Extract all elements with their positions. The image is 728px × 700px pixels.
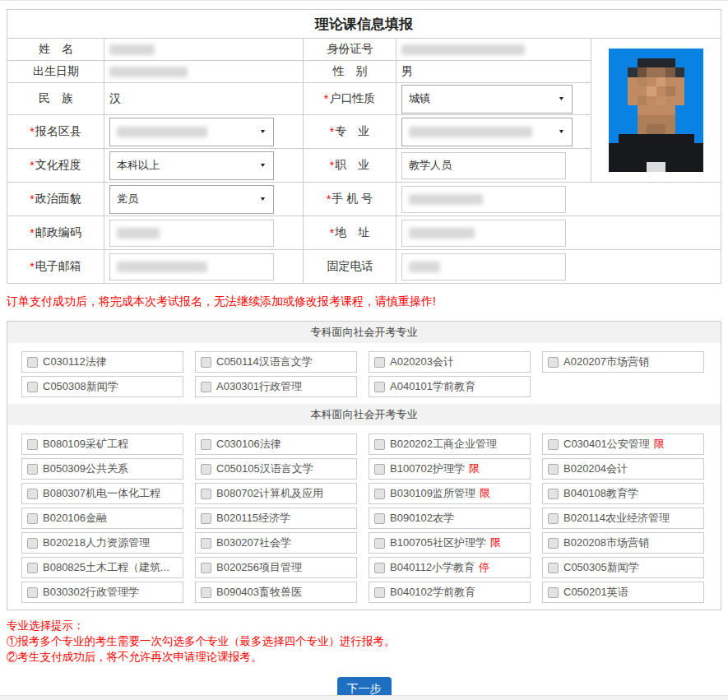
major-checkbox-item[interactable]: C030112法律	[21, 351, 183, 373]
major-checkbox-item[interactable]: A020203会计	[369, 351, 531, 373]
landline-input[interactable]	[401, 253, 566, 280]
major-checkbox-item[interactable]: B020204会计	[542, 458, 704, 480]
district-label: *报名区县	[7, 115, 104, 148]
checkbox[interactable]	[548, 563, 559, 573]
checkbox[interactable]	[27, 538, 38, 549]
email-label: *电子邮箱	[7, 250, 104, 283]
major-checkbox-item[interactable]: A020207市场营销	[542, 351, 704, 373]
occupation-input[interactable]: 教学人员	[401, 152, 566, 179]
checkbox[interactable]	[374, 538, 385, 549]
postcode-input[interactable]	[109, 220, 274, 247]
major-checkbox-item[interactable]: A040101学前教育	[369, 376, 531, 397]
checkbox[interactable]	[548, 439, 559, 450]
major-checkbox-item[interactable]: C030106法律	[195, 433, 357, 455]
checkbox[interactable]	[27, 513, 38, 524]
major-checkbox-item[interactable]: B040102学前教育	[369, 582, 531, 603]
checkbox[interactable]	[201, 538, 211, 549]
checkbox[interactable]	[201, 489, 211, 499]
checkbox[interactable]	[548, 357, 559, 368]
checkbox[interactable]	[548, 489, 559, 499]
checkbox[interactable]	[27, 563, 38, 573]
major-checkbox-item[interactable]: B080307机电一体化工程	[21, 483, 183, 504]
major-checkbox-item[interactable]: B040108教育学	[542, 483, 704, 504]
dropdown-arrow-icon: ▼	[259, 128, 267, 135]
major-checkbox-item[interactable]: B020114农业经济管理	[542, 508, 704, 529]
checkbox[interactable]	[201, 587, 211, 598]
major-checkbox-item[interactable]: B020202工商企业管理	[369, 433, 531, 455]
major-checkbox-item[interactable]: B080109采矿工程	[21, 433, 183, 455]
political-select[interactable]: 党员 ▼	[109, 185, 274, 214]
checkbox[interactable]	[374, 439, 385, 450]
checkbox[interactable]	[201, 357, 211, 368]
district-select[interactable]: ▼	[109, 118, 274, 146]
checkbox[interactable]	[548, 587, 559, 598]
major-checkbox-item[interactable]: B030109监所管理限	[369, 483, 531, 504]
checkbox[interactable]	[27, 357, 38, 368]
occupation-cell: 教学人员	[396, 149, 591, 182]
postcode-label: *邮政编码	[7, 216, 104, 249]
checkbox[interactable]	[201, 563, 211, 573]
major-checkbox-item[interactable]: B020256项目管理	[195, 557, 357, 578]
id-number-value	[396, 39, 591, 60]
education-select[interactable]: 本科以上 ▼	[109, 151, 274, 180]
occupation-label: *职 业	[304, 149, 396, 182]
checkbox[interactable]	[548, 538, 559, 549]
major-checkbox-item[interactable]: B030302行政管理学	[21, 582, 183, 603]
major-checkbox-item[interactable]: B040112小学教育停	[369, 557, 531, 578]
major-checkbox-item[interactable]: B090403畜牧兽医	[195, 582, 357, 603]
tips-line-2: ②考生支付成功后，将不允许再次申请理论课报考。	[7, 649, 721, 665]
major-checkbox-item[interactable]: B020106金融	[21, 508, 183, 529]
major-select[interactable]: ▼	[401, 118, 573, 146]
major-checkbox-item[interactable]: B080702计算机及应用	[195, 483, 357, 504]
checkbox[interactable]	[27, 382, 38, 392]
email-input[interactable]	[109, 253, 274, 280]
major-checkbox-item[interactable]: B080825土木工程（建筑...	[21, 557, 183, 578]
education-label: *文化程度	[7, 149, 104, 182]
checkbox[interactable]	[548, 513, 559, 524]
address-input[interactable]	[401, 220, 566, 247]
major-checkbox-item[interactable]: C050114汉语言文学	[195, 351, 357, 373]
major-checkbox-item[interactable]: C030401公安管理限	[542, 433, 704, 455]
major-checkbox-item[interactable]: B020115经济学	[195, 508, 357, 529]
checkbox[interactable]	[374, 489, 385, 499]
checkbox[interactable]	[374, 587, 385, 598]
checkbox[interactable]	[201, 513, 211, 524]
major-checkbox-item[interactable]: B100705社区护理学限	[369, 532, 531, 554]
email-cell	[104, 250, 303, 283]
checkbox[interactable]	[548, 464, 559, 475]
checkbox[interactable]	[374, 357, 385, 368]
household-select[interactable]: 城镇 ▼	[401, 85, 573, 114]
address-label: *地 址	[304, 216, 396, 249]
major-checkbox-item[interactable]: B050309公共关系	[21, 458, 183, 480]
landline-label: 固定电话	[304, 250, 396, 283]
checkbox[interactable]	[27, 489, 38, 499]
major-checkbox-item[interactable]: A030301行政管理	[195, 376, 357, 397]
checkbox[interactable]	[374, 382, 385, 392]
district-cell: ▼	[104, 115, 303, 148]
dropdown-arrow-icon: ▼	[259, 196, 267, 202]
mobile-input[interactable]	[401, 186, 566, 213]
checkbox[interactable]	[201, 464, 211, 475]
id-photo	[609, 48, 703, 173]
checkbox[interactable]	[27, 464, 38, 475]
tips-line-1: ①报考多个专业的考生需要一次勾选多个专业（最多选择四个专业）进行报考。	[7, 633, 721, 649]
checkbox[interactable]	[27, 439, 38, 450]
checkbox[interactable]	[201, 382, 211, 392]
major-checkbox-item[interactable]: B020208市场营销	[542, 532, 704, 554]
major-checkbox-item[interactable]: C050305新闻学	[542, 557, 704, 578]
checkbox[interactable]	[374, 464, 385, 475]
checkbox[interactable]	[374, 563, 385, 573]
major-checkbox-item[interactable]: C050105汉语言文学	[195, 458, 357, 480]
checkbox[interactable]	[201, 439, 211, 450]
major-checkbox-item[interactable]: B100702护理学限	[369, 458, 531, 480]
major-checkbox-item[interactable]: B020218人力资源管理	[21, 532, 183, 554]
major-label: *专 业	[304, 115, 396, 148]
political-cell: 党员 ▼	[104, 183, 303, 216]
major-checkbox-item[interactable]: B090102农学	[369, 508, 531, 529]
checkbox[interactable]	[27, 587, 38, 598]
major-checkbox-item[interactable]: C050201英语	[542, 582, 704, 603]
major-checkbox-item[interactable]: C050308新闻学	[21, 376, 183, 397]
checkbox[interactable]	[374, 513, 385, 524]
major-checkbox-item[interactable]: B030207社会学	[195, 532, 357, 554]
redacted-mobile	[409, 194, 483, 205]
